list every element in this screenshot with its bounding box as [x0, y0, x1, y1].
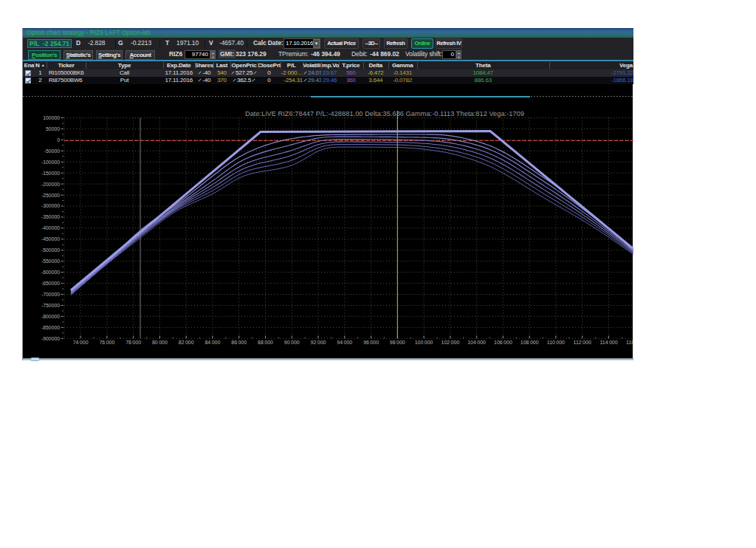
- svg-text:76 000: 76 000: [99, 340, 114, 345]
- svg-text:100000: 100000: [43, 115, 60, 120]
- svg-text:50000: 50000: [46, 126, 60, 131]
- svg-text:92 000: 92 000: [311, 340, 326, 345]
- svg-text:86 000: 86 000: [231, 340, 247, 345]
- svg-text:-800000: -800000: [41, 314, 60, 319]
- svg-text:84 000: 84 000: [205, 340, 220, 345]
- svg-text:-450000: -450000: [41, 236, 60, 242]
- svg-text:106 000: 106 000: [494, 340, 512, 345]
- svg-text:-400000: -400000: [41, 225, 60, 230]
- svg-text:78 000: 78 000: [126, 340, 141, 345]
- svg-text:100 000: 100 000: [415, 340, 433, 345]
- svg-text:114 000: 114 000: [599, 340, 617, 345]
- svg-text:-650000: -650000: [41, 281, 60, 286]
- svg-text:0: 0: [57, 137, 60, 143]
- svg-text:96 000: 96 000: [363, 340, 379, 345]
- svg-text:-850000: -850000: [41, 325, 60, 330]
- svg-text:108 000: 108 000: [520, 340, 539, 345]
- svg-text:-300000: -300000: [41, 203, 60, 208]
- svg-text:-150000: -150000: [41, 171, 60, 176]
- svg-text:102 000: 102 000: [441, 340, 460, 345]
- svg-text:-250000: -250000: [41, 193, 60, 198]
- svg-text:74 000: 74 000: [73, 340, 89, 345]
- svg-text:104 000: 104 000: [467, 340, 486, 345]
- svg-text:112 000: 112 000: [574, 340, 591, 345]
- svg-text:-100000: -100000: [41, 160, 60, 165]
- svg-text:-750000: -750000: [41, 303, 60, 308]
- svg-text:-700000: -700000: [41, 292, 60, 297]
- svg-text:88 000: 88 000: [258, 340, 273, 345]
- svg-text:-500000: -500000: [41, 247, 60, 253]
- svg-text:80 000: 80 000: [152, 340, 168, 345]
- svg-text:-600000: -600000: [41, 270, 60, 275]
- svg-text:116 000: 116 000: [626, 340, 633, 345]
- svg-text:-200000: -200000: [41, 182, 60, 187]
- svg-text:110 000: 110 000: [547, 340, 565, 345]
- svg-text:82 000: 82 000: [179, 340, 194, 345]
- svg-text:-900000: -900000: [41, 336, 60, 341]
- svg-text:Date:LiVE RIZ6:78447 P/L:-42: Date:LiVE RIZ6:78447 P/L:-428881.00 Delt…: [245, 110, 524, 117]
- svg-text:90 000: 90 000: [284, 340, 300, 345]
- svg-text:-350000: -350000: [41, 214, 60, 219]
- svg-text:-50000: -50000: [44, 148, 60, 154]
- svg-text:98 000: 98 000: [390, 340, 405, 345]
- svg-text:94 000: 94 000: [337, 340, 352, 345]
- svg-text:-550000: -550000: [41, 258, 60, 264]
